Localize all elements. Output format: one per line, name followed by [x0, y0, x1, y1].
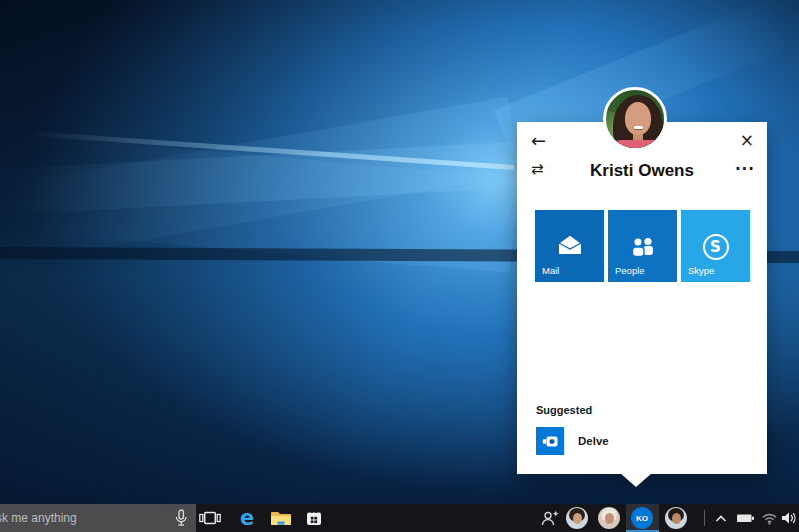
skype-icon: S — [703, 234, 729, 260]
taskbar-contact-kristi-owens-active[interactable]: KO — [626, 504, 659, 532]
people-bar-icon — [541, 510, 560, 527]
taskbar-contact-3[interactable] — [665, 507, 687, 529]
battery-button[interactable] — [732, 504, 758, 532]
app-tile-skype[interactable]: S Skype — [681, 210, 750, 282]
taskbar: Ask me anything e — [0, 504, 799, 532]
battery-icon — [736, 511, 755, 525]
app-tile-people[interactable]: People — [608, 210, 677, 282]
suggested-item-label: Delve — [578, 435, 609, 447]
back-button[interactable]: ← — [529, 130, 548, 152]
app-tile-label: People — [615, 266, 645, 276]
close-icon[interactable]: × — [738, 130, 756, 151]
my-people-flyout: ← × ⇄ Kristi Owens ··· Mail — [517, 122, 767, 474]
taskbar-separator — [704, 510, 705, 526]
flyout-pointer-notch — [620, 473, 652, 487]
suggested-item-delve[interactable]: Delve — [536, 427, 609, 455]
windows-desktop-screen: ← × ⇄ Kristi Owens ··· Mail — [0, 0, 799, 532]
edge-button[interactable]: e — [232, 504, 262, 532]
contact-initials-badge: KO — [631, 507, 653, 529]
contact-name: Kristi Owens — [517, 161, 767, 181]
delve-icon — [536, 427, 564, 455]
app-tile-mail[interactable]: Mail — [535, 210, 604, 282]
speaker-icon — [781, 511, 797, 525]
wifi-icon — [761, 511, 778, 525]
mail-icon — [556, 234, 584, 259]
taskbar-contact-2[interactable] — [598, 507, 620, 529]
chevron-up-icon — [714, 513, 728, 524]
app-tiles: Mail People S Skype — [535, 210, 750, 282]
more-options-button[interactable]: ··· — [733, 160, 757, 179]
suggested-heading: Suggested — [536, 404, 592, 416]
store-icon — [304, 508, 324, 528]
app-tile-label: Skype — [688, 266, 714, 276]
people-icon — [629, 234, 657, 260]
store-button[interactable] — [299, 504, 329, 532]
file-explorer-button[interactable] — [266, 504, 296, 532]
edge-icon: e — [240, 508, 254, 529]
search-input[interactable]: Ask me anything — [0, 504, 196, 532]
app-tile-label: Mail — [542, 266, 559, 276]
taskbar-contact-1[interactable] — [566, 507, 588, 529]
task-view-button[interactable] — [195, 504, 225, 532]
search-placeholder: Ask me anything — [0, 511, 77, 525]
task-view-icon — [199, 510, 221, 526]
volume-button[interactable] — [778, 504, 799, 532]
show-hidden-icons-button[interactable] — [707, 504, 735, 532]
contact-avatar — [603, 87, 667, 151]
file-explorer-icon — [270, 509, 292, 527]
people-bar-button[interactable] — [535, 504, 565, 532]
microphone-icon[interactable] — [175, 509, 187, 531]
